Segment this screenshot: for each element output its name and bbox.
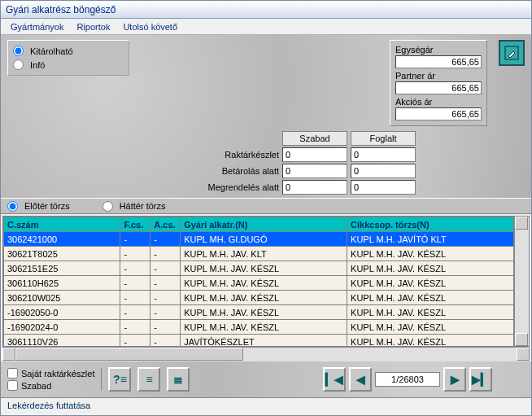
scroll-thumb[interactable]: [15, 348, 243, 361]
table-cell[interactable]: KUPL MH. GI.DUGÓ: [181, 232, 347, 247]
scroll-left-button[interactable]: [2, 348, 15, 361]
table-cell[interactable]: KUPL M.H. JAV. KÉSZL: [347, 261, 514, 276]
table-cell[interactable]: -: [150, 335, 181, 347]
table-cell[interactable]: -: [150, 232, 181, 247]
query-icon: ?≡: [113, 373, 127, 386]
stock-res-0[interactable]: [351, 147, 416, 162]
table-cell[interactable]: 306210W025: [4, 291, 120, 305]
vertical-scrollbar[interactable]: [514, 217, 529, 346]
col-header[interactable]: C.szám: [4, 217, 120, 232]
query-button[interactable]: ?≡: [108, 367, 131, 392]
pencil-icon: [504, 45, 520, 61]
stock-row-label-1: Betárolás alatt: [222, 164, 279, 178]
checkbox-own-stock[interactable]: Saját raktárkészlet: [7, 368, 94, 379]
table-row[interactable]: 3062421000--KUPL MH. GI.DUGÓKUPL M.H. JA…: [4, 232, 514, 247]
table-cell[interactable]: -: [120, 276, 150, 291]
parts-table[interactable]: C.számF.cs.A.cs.Gyári alkatr.(N)Cikkcsop…: [3, 217, 514, 346]
scroll-right-button[interactable]: [517, 348, 530, 361]
list-button-1[interactable]: ≡: [137, 367, 160, 392]
edit-button[interactable]: [499, 40, 525, 66]
table-cell[interactable]: KUPL M.H. JAV. KÉSZL: [181, 291, 347, 305]
table-cell[interactable]: 3061110V26: [4, 335, 120, 347]
table-cell[interactable]: KUPL M.H. JAV. KÉSZL: [347, 247, 514, 261]
table-cell[interactable]: 30621T8025: [4, 247, 120, 261]
table-cell[interactable]: KUPL M.H. JAVÍTÓ KLT: [347, 232, 514, 247]
checkbox-own-stock-input[interactable]: [7, 368, 18, 379]
table-cell[interactable]: KUPL M.H. JAV. KÉSZL: [181, 276, 347, 291]
col-header[interactable]: F.cs.: [120, 217, 150, 232]
table-row[interactable]: 306110H625--KUPL M.H. JAV. KÉSZLKUPL M.H…: [4, 276, 514, 291]
table-cell[interactable]: KUPL M.H. JAV. KÉSZL: [181, 305, 347, 320]
menu-gyartmanyok[interactable]: Gyártmányok: [4, 20, 70, 33]
table-cell[interactable]: -: [150, 305, 181, 320]
horizontal-scrollbar[interactable]: [2, 347, 530, 361]
table-cell[interactable]: KUPL M.H. JAV. KÉSZL: [347, 305, 514, 320]
radio-kitarolhato-input[interactable]: [13, 46, 24, 56]
table-cell[interactable]: -: [150, 261, 181, 276]
table-cell[interactable]: -: [120, 232, 150, 247]
table-cell[interactable]: -: [120, 305, 150, 320]
scroll-up-button[interactable]: [515, 217, 528, 230]
table-cell[interactable]: -: [120, 247, 150, 261]
stock-res-2[interactable]: [351, 180, 416, 195]
table-cell[interactable]: 306110H625: [4, 276, 120, 291]
table-row[interactable]: -16902050-0--KUPL M.H. JAV. KÉSZLKUPL M.…: [4, 305, 514, 320]
col-header[interactable]: Gyári alkatr.(N): [181, 217, 347, 232]
table-row[interactable]: 3061110V26--JAVÍTÓKÉSZLETKUPL M.H. JAV. …: [4, 335, 514, 347]
table-row[interactable]: 30621T8025--KUPL M.H. JAV. KLTKUPL M.H. …: [4, 247, 514, 261]
list-button-2[interactable]: ≣: [167, 367, 190, 392]
first-icon: ▎◀: [325, 373, 343, 386]
radio-hatter-input[interactable]: [102, 201, 113, 212]
table-cell[interactable]: -: [150, 247, 181, 261]
nav-prev-button[interactable]: ◀: [349, 367, 372, 392]
menu-utolso-koveto[interactable]: Utolsó követő: [116, 20, 184, 33]
col-header[interactable]: Cikkcsop. törzs(N): [347, 217, 514, 232]
stock-col-free-header: Szabad: [282, 131, 347, 146]
table-cell[interactable]: -16902024-0: [4, 320, 120, 335]
nav-first-button[interactable]: ▎◀: [323, 367, 346, 392]
table-cell[interactable]: -: [120, 291, 150, 305]
table-cell[interactable]: KUPL M.H. JAV. KLT: [181, 247, 347, 261]
table-row[interactable]: -16902024-0--KUPL M.H. JAV. KÉSZLKUPL M.…: [4, 320, 514, 335]
menu-riportok[interactable]: Riportok: [70, 20, 116, 33]
table-cell[interactable]: KUPL M.H. JAV. KÉSZL: [347, 276, 514, 291]
radio-hatter[interactable]: Háttér törzs: [102, 199, 166, 213]
table-cell[interactable]: KUPL M.H. JAV. KÉSZL: [347, 320, 514, 335]
table-cell[interactable]: -: [120, 261, 150, 276]
table-cell[interactable]: KUPL M.H. JAV. KÉSZL: [181, 320, 347, 335]
table-cell[interactable]: -: [120, 335, 150, 347]
table-row[interactable]: 3062151E25--KUPL M.H. JAV. KÉSZLKUPL M.H…: [4, 261, 514, 276]
stock-res-1[interactable]: [351, 164, 416, 178]
table-cell[interactable]: -16902050-0: [4, 305, 120, 320]
radio-eloter[interactable]: Előtér törzs: [7, 199, 70, 213]
radio-eloter-input[interactable]: [7, 201, 18, 212]
table-cell[interactable]: -: [150, 276, 181, 291]
stock-free-0[interactable]: [282, 147, 347, 162]
table-cell[interactable]: -: [120, 320, 150, 335]
table-cell[interactable]: -: [150, 320, 181, 335]
window-title: Gyári alkatrész böngésző: [6, 4, 116, 15]
scroll-down-button[interactable]: [515, 333, 528, 346]
col-header[interactable]: A.cs.: [150, 217, 181, 232]
list-icon: ≡: [146, 373, 152, 386]
nav-next-button[interactable]: ▶: [443, 367, 466, 392]
table-cell[interactable]: JAVÍTÓKÉSZLET: [181, 335, 347, 347]
checkbox-free-input[interactable]: [7, 380, 18, 391]
stock-free-2[interactable]: [282, 180, 347, 195]
table-row[interactable]: 306210W025--KUPL M.H. JAV. KÉSZLKUPL M.H…: [4, 291, 514, 305]
table-cell[interactable]: 3062151E25: [4, 261, 120, 276]
table-cell[interactable]: KUPL M.H. JAV. KÉSZL: [347, 335, 514, 347]
table-cell[interactable]: -: [150, 291, 181, 305]
table-cell[interactable]: KUPL M.H. JAV. KÉSZL: [347, 291, 514, 305]
list-alt-icon: ≣: [173, 373, 183, 386]
checkbox-free[interactable]: Szabad: [7, 380, 94, 391]
radio-info[interactable]: Infó: [13, 58, 124, 72]
nav-group: ▎◀ ◀ 1/26803 ▶ ▶▎: [323, 367, 492, 392]
table-cell[interactable]: KUPL M.H. JAV. KÉSZL: [181, 261, 347, 276]
radio-kitarolhato[interactable]: Kitárolható: [13, 44, 124, 58]
nav-last-button[interactable]: ▶▎: [469, 367, 492, 392]
table-cell[interactable]: 3062421000: [4, 232, 120, 247]
radio-info-input[interactable]: [13, 59, 24, 70]
status-bar: Lekérdezés futtatása: [1, 397, 531, 415]
stock-free-1[interactable]: [282, 164, 347, 178]
